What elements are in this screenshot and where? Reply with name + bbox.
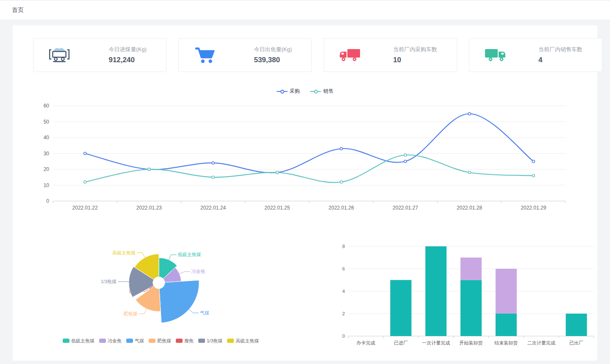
svg-text:8: 8 bbox=[342, 244, 345, 249]
svg-text:2022.01.24: 2022.01.24 bbox=[200, 205, 226, 211]
line-point bbox=[84, 152, 86, 155]
pie-legend-item[interactable]: 瘦焦 bbox=[176, 338, 194, 344]
pie-label: 气煤 bbox=[200, 310, 209, 315]
vehicle-status-bar-chart: 02468办卡完成已进厂一次计量完成开始装卸货结束装卸货二次计量完成已出厂 bbox=[335, 237, 597, 346]
svg-text:0: 0 bbox=[46, 198, 49, 204]
pie-legend-item[interactable]: 气煤 bbox=[126, 338, 144, 344]
truck-right-icon bbox=[484, 46, 507, 64]
line-point bbox=[148, 168, 150, 171]
legend-label: 瘦焦 bbox=[184, 338, 194, 344]
line-point bbox=[532, 174, 535, 177]
svg-text:2022.01.23: 2022.01.23 bbox=[136, 205, 162, 211]
legend-item-sales[interactable]: 销售 bbox=[310, 88, 333, 95]
pie-label: 肥焦煤 bbox=[124, 311, 138, 316]
line-point bbox=[276, 171, 278, 174]
legend-label: 销售 bbox=[323, 88, 333, 95]
svg-text:2022.01.29: 2022.01.29 bbox=[521, 205, 546, 211]
pie-legend: 低硫主焦煤冶金焦气煤肥焦煤瘦焦1/3焦煤高硫主焦煤 bbox=[63, 337, 300, 347]
pie-label: 冶金焦 bbox=[191, 269, 205, 274]
purchase-sales-line-chart: 01020304050602022.01.222022.01.232022.01… bbox=[30, 101, 576, 212]
legend-item-purchase[interactable]: 采购 bbox=[277, 88, 300, 95]
line-point bbox=[468, 113, 471, 115]
svg-text:50: 50 bbox=[44, 119, 50, 125]
line-point bbox=[532, 160, 535, 163]
stat-card-coke-out: 今日出焦量(Kg) 539,380 bbox=[178, 38, 312, 72]
pie-legend-item[interactable]: 高硫主焦煤 bbox=[227, 338, 259, 344]
coal-type-rose-chart: 低硫主焦煤冶金焦气煤肥焦煤瘦焦1/3焦煤高硫主焦煤 bbox=[51, 235, 271, 334]
stat-card-value: 10 bbox=[393, 56, 437, 64]
pie-label: 高硫主焦煤 bbox=[112, 250, 136, 255]
line-point bbox=[340, 181, 343, 183]
svg-text:0: 0 bbox=[342, 334, 345, 339]
stat-card-text: 今日进煤量(Kg) 912,240 bbox=[108, 46, 147, 64]
svg-text:办卡完成: 办卡完成 bbox=[356, 340, 375, 345]
svg-text:2022.01.27: 2022.01.27 bbox=[393, 205, 418, 211]
stat-card-sales-trucks: 当前厂内销售车数 4 bbox=[469, 38, 602, 72]
pie-label-line bbox=[169, 255, 176, 260]
bar-segment bbox=[496, 269, 517, 314]
legend-swatch bbox=[176, 339, 183, 343]
stat-card-coal-in: 今日进煤量(Kg) 912,240 bbox=[33, 38, 166, 72]
line-point bbox=[212, 176, 214, 179]
top-bar: 首页 bbox=[0, 0, 610, 19]
breadcrumb-home[interactable]: 首页 bbox=[12, 6, 24, 14]
legend-swatch bbox=[149, 339, 155, 343]
pie-label: 1/3焦煤 bbox=[101, 279, 116, 284]
line-series-0 bbox=[85, 114, 534, 173]
stat-card-label: 今日进煤量(Kg) bbox=[108, 46, 147, 53]
svg-text:60: 60 bbox=[44, 103, 50, 109]
legend-swatch bbox=[99, 339, 106, 343]
pie-legend-item[interactable]: 1/3焦煤 bbox=[198, 338, 222, 344]
stat-card-text: 当前厂内采购车数 10 bbox=[393, 46, 437, 64]
svg-text:2022.01.25: 2022.01.25 bbox=[264, 205, 290, 211]
pie-label-line bbox=[189, 309, 199, 313]
svg-text:10: 10 bbox=[44, 182, 50, 188]
pie-legend-item[interactable]: 冶金焦 bbox=[99, 338, 122, 344]
legend-label: 肥焦煤 bbox=[157, 338, 171, 344]
svg-text:20: 20 bbox=[44, 166, 50, 172]
legend-label: 高硫主焦煤 bbox=[236, 338, 259, 344]
line-point bbox=[404, 154, 407, 156]
legend-label: 低硫主焦煤 bbox=[71, 338, 94, 344]
stat-cards-row: 今日进煤量(Kg) 912,240 今日出焦量(Kg) 539,380 bbox=[33, 38, 602, 72]
line-chart-legend: 采购 销售 bbox=[13, 87, 597, 95]
legend-swatch bbox=[126, 339, 133, 343]
legend-label: 1/3焦煤 bbox=[207, 338, 222, 344]
mine-cart-icon bbox=[48, 46, 71, 64]
svg-text:开始装卸货: 开始装卸货 bbox=[460, 340, 483, 345]
bar-segment bbox=[425, 246, 446, 336]
stat-card-label: 今日出焦量(Kg) bbox=[254, 46, 292, 53]
bar-segment bbox=[460, 258, 482, 280]
svg-text:已进厂: 已进厂 bbox=[394, 340, 408, 345]
dashboard-panel: 今日进煤量(Kg) 912,240 今日出焦量(Kg) 539,380 bbox=[13, 25, 597, 361]
legend-label: 冶金焦 bbox=[108, 338, 122, 344]
stat-card-value: 539,380 bbox=[254, 56, 292, 64]
svg-text:已出厂: 已出厂 bbox=[569, 340, 583, 345]
legend-swatch bbox=[63, 339, 69, 343]
stat-card-value: 4 bbox=[538, 56, 582, 64]
svg-text:4: 4 bbox=[342, 289, 345, 294]
svg-text:二次计量完成: 二次计量完成 bbox=[527, 340, 555, 345]
line-series-marker-icon bbox=[277, 89, 288, 94]
stat-card-purchase-trucks: 当前厂内采购车数 10 bbox=[324, 38, 457, 72]
bar-segment bbox=[460, 280, 482, 336]
bar-segment bbox=[566, 314, 587, 336]
svg-text:一次计量完成: 一次计量完成 bbox=[422, 340, 450, 345]
svg-text:2022.01.22: 2022.01.22 bbox=[72, 205, 98, 211]
line-point bbox=[340, 147, 343, 150]
svg-text:2: 2 bbox=[342, 311, 345, 316]
bar-segment bbox=[496, 314, 517, 336]
svg-text:结束装卸货: 结束装卸货 bbox=[494, 340, 518, 345]
stat-card-text: 当前厂内销售车数 4 bbox=[538, 46, 582, 64]
legend-label: 气煤 bbox=[135, 338, 144, 344]
line-series-marker-icon bbox=[310, 89, 321, 94]
stat-card-label: 当前厂内销售车数 bbox=[538, 46, 582, 53]
pie-slice bbox=[159, 280, 199, 323]
pie-legend-item[interactable]: 低硫主焦煤 bbox=[63, 338, 94, 344]
shopping-cart-icon bbox=[193, 46, 216, 64]
bar-segment bbox=[390, 280, 411, 336]
pie-label-line bbox=[137, 253, 145, 257]
stat-card-value: 912,240 bbox=[108, 56, 147, 64]
line-point bbox=[468, 171, 471, 174]
pie-legend-item[interactable]: 肥焦煤 bbox=[149, 338, 171, 344]
